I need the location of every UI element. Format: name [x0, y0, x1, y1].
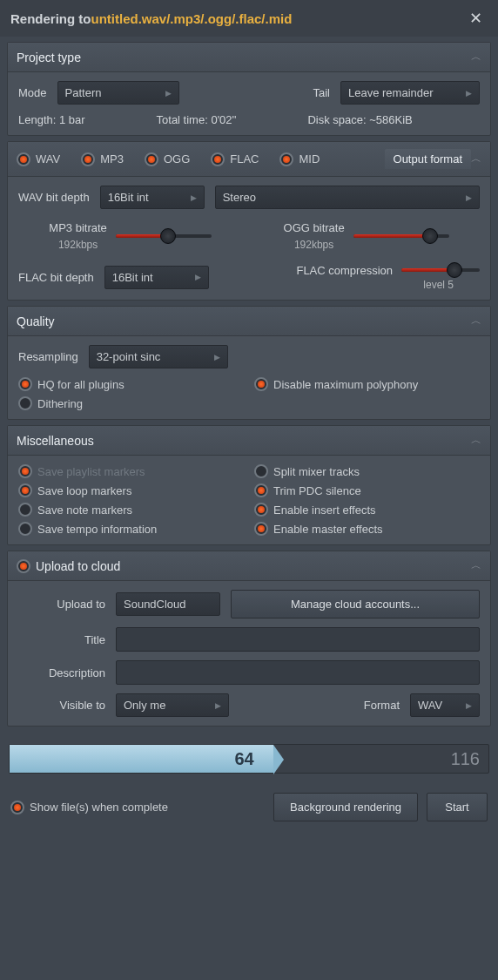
cloud-title-label: Title: [18, 633, 105, 646]
title-filename: untitled.wav/.mp3/.ogg/.flac/.mid: [91, 11, 293, 26]
dithering-checkbox[interactable]: Dithering: [18, 396, 244, 410]
format-mid-radio[interactable]: MID: [279, 152, 320, 166]
bottom-bar: Show file(s) when complete Background re…: [0, 782, 498, 832]
enable-insert-effects-checkbox[interactable]: Enable insert effects: [254, 503, 480, 517]
flac-bit-depth-dropdown[interactable]: 16Bit int ▶: [104, 266, 209, 289]
visible-to-dropdown[interactable]: Only me ▶: [116, 693, 229, 717]
wav-bit-depth-label: WAV bit depth: [18, 191, 90, 204]
radio-on-icon: [18, 483, 32, 497]
radio-on-icon: [254, 522, 268, 536]
upload-to-label: Upload to: [18, 598, 105, 611]
enable-master-effects-checkbox[interactable]: Enable master effects: [254, 522, 480, 536]
resampling-dropdown[interactable]: 32-point sinc ▶: [89, 345, 228, 368]
cloud-format-dropdown[interactable]: WAV ▶: [410, 693, 480, 717]
section-header-project-type: Project type ︿: [8, 43, 490, 72]
trim-pdc-silence-checkbox[interactable]: Trim PDC silence: [254, 483, 480, 497]
titlebar: Rendering to untitled.wav/.mp3/.ogg/.fla…: [0, 0, 498, 37]
flac-compression-slider[interactable]: [401, 263, 480, 277]
dropdown-arrow-icon: ▶: [466, 701, 472, 710]
stereo-dropdown[interactable]: Stereo ▶: [215, 186, 480, 209]
cloud-format-value: WAV: [418, 699, 442, 712]
dropdown-arrow-icon: ▶: [466, 193, 472, 202]
visible-to-label: Visible to: [18, 699, 105, 712]
ogg-bitrate-label: OGG bitrate: [284, 221, 345, 234]
save-loop-markers-checkbox[interactable]: Save loop markers: [18, 483, 244, 497]
radio-off-icon: [18, 503, 32, 517]
radio-off-icon: [254, 464, 268, 478]
mode-label: Mode: [18, 86, 47, 99]
cloud-format-label: Format: [364, 699, 400, 712]
radio-on-icon: [211, 152, 225, 166]
chevron-up-icon[interactable]: ︿: [471, 152, 481, 166]
radio-on-icon: [254, 503, 268, 517]
save-playlist-markers-checkbox[interactable]: Save playlist markers: [18, 464, 244, 478]
split-mixer-tracks-checkbox[interactable]: Split mixer tracks: [254, 464, 480, 478]
manage-cloud-accounts-button[interactable]: Manage cloud accounts...: [231, 590, 480, 618]
close-icon[interactable]: ✕: [464, 7, 488, 30]
upload-to-dropdown[interactable]: SoundCloud: [116, 592, 220, 616]
start-button[interactable]: Start: [427, 793, 488, 821]
mode-dropdown[interactable]: Pattern ▶: [57, 81, 179, 105]
chevron-up-icon[interactable]: ︿: [471, 314, 481, 328]
tail-dropdown[interactable]: Leave remainder ▶: [340, 81, 480, 105]
length-info: Length: 1 bar: [18, 113, 85, 126]
chevron-up-icon[interactable]: ︿: [471, 558, 481, 573]
radio-off-icon: [18, 522, 32, 536]
section-quality: Quality ︿ Resampling 32-point sinc ▶ HQ …: [7, 306, 491, 420]
output-format-label: Output format: [385, 149, 471, 169]
upload-to-cloud-checkbox[interactable]: Upload to cloud: [17, 559, 120, 573]
section-header-miscellaneous: Miscellaneous ︿: [8, 426, 490, 456]
dropdown-arrow-icon: ▶: [191, 193, 197, 202]
radio-on-icon: [18, 377, 32, 391]
radio-on-icon: [17, 559, 30, 573]
section-output-format: WAV MP3 OGG FLAC MID Output format ︿ WAV…: [7, 141, 491, 301]
show-file-when-complete-checkbox[interactable]: Show file(s) when complete: [10, 801, 168, 814]
radio-on-icon: [145, 152, 158, 166]
radio-on-icon: [254, 377, 268, 391]
chevron-up-icon[interactable]: ︿: [471, 50, 481, 64]
format-wav-radio[interactable]: WAV: [17, 152, 60, 166]
progress-fill: [10, 745, 273, 773]
ogg-bitrate-value: 192kbps: [294, 239, 333, 251]
radio-on-icon: [254, 483, 268, 497]
format-flac-radio[interactable]: FLAC: [211, 152, 259, 166]
cloud-title-input[interactable]: [116, 627, 480, 652]
format-ogg-radio[interactable]: OGG: [145, 152, 190, 166]
background-rendering-button[interactable]: Background rendering: [273, 793, 418, 821]
save-tempo-information-checkbox[interactable]: Save tempo information: [18, 522, 244, 536]
dropdown-arrow-icon: ▶: [165, 89, 172, 98]
wav-bit-depth-dropdown[interactable]: 16Bit int ▶: [100, 186, 205, 209]
cloud-description-label: Description: [18, 666, 105, 679]
radio-on-icon: [18, 464, 32, 478]
section-title: Project type: [17, 51, 81, 64]
flac-compression-value: level 5: [423, 279, 454, 291]
flac-compression-label: FLAC compression: [296, 264, 393, 277]
format-mp3-radio[interactable]: MP3: [81, 152, 124, 166]
section-upload-cloud: Upload to cloud ︿ Upload to SoundCloud M…: [7, 551, 491, 727]
resampling-value: 32-point sinc: [97, 350, 161, 363]
chevron-up-icon[interactable]: ︿: [471, 433, 481, 448]
mp3-bitrate-value: 192kbps: [58, 239, 98, 251]
disable-polyphony-checkbox[interactable]: Disable maximum polyphony: [254, 377, 480, 391]
section-title: Miscellaneous: [17, 434, 94, 448]
radio-on-icon: [17, 152, 30, 166]
radio-on-icon: [81, 152, 95, 166]
render-progress-bar: 64 116: [9, 744, 489, 774]
mp3-bitrate-label: MP3 bitrate: [49, 221, 106, 234]
ogg-bitrate-slider[interactable]: [353, 229, 449, 243]
progress-current-bar: 64: [235, 749, 254, 769]
tail-label: Tail: [313, 86, 330, 99]
section-project-type: Project type ︿ Mode Pattern ▶ Tail Leave…: [7, 42, 491, 136]
progress-total-bars: 116: [451, 749, 480, 769]
cloud-description-input[interactable]: [116, 660, 480, 685]
radio-on-icon: [10, 801, 24, 814]
dropdown-arrow-icon: ▶: [466, 89, 472, 98]
resampling-label: Resampling: [18, 350, 78, 363]
section-miscellaneous: Miscellaneous ︿ Save playlist markers Sp…: [7, 425, 491, 545]
section-header-upload-cloud: Upload to cloud ︿: [8, 551, 490, 581]
save-note-markers-checkbox[interactable]: Save note markers: [18, 503, 244, 517]
mp3-bitrate-slider[interactable]: [116, 229, 212, 243]
dropdown-arrow-icon: ▶: [215, 701, 221, 710]
total-time-info: Total time: 0'02'': [157, 113, 237, 126]
hq-plugins-checkbox[interactable]: HQ for all plugins: [18, 377, 244, 391]
